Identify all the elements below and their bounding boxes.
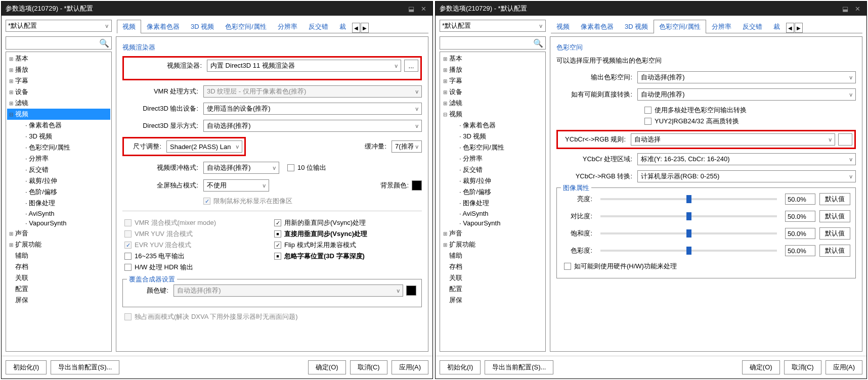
tab-3[interactable]: 色彩空间/属性: [654, 20, 706, 33]
slider-value-brightness[interactable]: 50.0%: [785, 194, 815, 205]
tab-2[interactable]: 3D 视频: [185, 20, 220, 33]
tree-item[interactable]: ⊞扩展功能: [441, 239, 544, 250]
tree-item[interactable]: 配置: [7, 283, 110, 295]
cancel-button[interactable]: 取消(C): [784, 360, 821, 374]
check-vsync-new[interactable]: [274, 219, 281, 226]
tab-0[interactable]: 视频: [551, 20, 575, 33]
tree-item[interactable]: 存档: [7, 261, 110, 272]
apply-button[interactable]: 应用(A): [392, 360, 428, 374]
slider-default-hue[interactable]: 默认值: [819, 245, 850, 257]
tab-6[interactable]: 裁: [334, 20, 352, 33]
tab-4[interactable]: 分辨率: [706, 20, 737, 33]
tree-item[interactable]: ⊞字幕: [7, 75, 110, 86]
tree-item[interactable]: ⊞设备: [7, 86, 110, 98]
rule-more-button[interactable]: [838, 133, 852, 146]
select-renderer[interactable]: 内置 Direct3D 11 视频渲染器: [207, 60, 401, 72]
tree-item[interactable]: ⊞滤镜: [7, 98, 110, 109]
select-range[interactable]: 标准(Y: 16-235, CbCr: 16-240): [637, 153, 856, 165]
tree-item[interactable]: 关联: [441, 272, 544, 283]
tab-next[interactable]: ▶: [361, 23, 369, 33]
check-10bit[interactable]: [287, 164, 294, 171]
select-direct[interactable]: 自动使用(推荐): [637, 88, 856, 101]
check-yuy2[interactable]: [644, 118, 652, 125]
search-icon[interactable]: 🔍: [533, 38, 543, 48]
tab-prev[interactable]: ◀: [786, 23, 794, 33]
bgcolor-swatch[interactable]: [412, 180, 422, 191]
apply-button[interactable]: 应用(A): [826, 360, 862, 374]
tree-item[interactable]: · 色彩空间/属性: [441, 142, 544, 153]
check-1632[interactable]: [124, 253, 132, 260]
tree-item[interactable]: ⊞字幕: [441, 75, 544, 86]
tree-item[interactable]: ⊞声音: [441, 228, 544, 239]
tree-item[interactable]: 屏保: [7, 295, 110, 306]
close-icon[interactable]: ✕: [852, 4, 862, 13]
tab-1[interactable]: 像素着色器: [141, 20, 185, 33]
slider-brightness[interactable]: [600, 198, 777, 200]
renderer-more-button[interactable]: ...: [404, 60, 418, 72]
tree-item[interactable]: · 图像处理: [7, 198, 110, 209]
tree-item[interactable]: · VapourSynth: [441, 218, 544, 228]
tree-item[interactable]: 关联: [7, 272, 110, 283]
tab-4[interactable]: 分辨率: [272, 20, 303, 33]
search-input[interactable]: [8, 39, 99, 47]
init-button[interactable]: 初始化(I): [440, 360, 481, 374]
select-rule[interactable]: 自动选择: [631, 133, 835, 146]
profile-select[interactable]: *默认配置: [6, 20, 112, 32]
tab-2[interactable]: 3D 视频: [619, 20, 654, 33]
tree-item[interactable]: ⊞基本: [441, 53, 544, 64]
select-buffer[interactable]: 7(推荐): [392, 140, 422, 153]
nav-tree[interactable]: ⊞基本⊞播放⊞字幕⊞设备⊞滤镜⊟视频· 像素着色器· 3D 视频· 色彩空间/属…: [6, 52, 112, 352]
tree-item[interactable]: · 反交错: [7, 164, 110, 175]
slider-default-saturation[interactable]: 默认值: [819, 227, 850, 240]
search-icon[interactable]: 🔍: [99, 38, 109, 48]
pin-icon[interactable]: ⬓: [406, 4, 416, 13]
pin-icon[interactable]: ⬓: [840, 4, 850, 13]
tree-item[interactable]: · 色彩空间/属性: [7, 142, 110, 153]
check-hdr[interactable]: [124, 264, 132, 271]
tab-0[interactable]: 视频: [117, 20, 141, 33]
export-button[interactable]: 导出当前配置(S)...: [51, 360, 119, 374]
select-vbuf[interactable]: 自动选择(推荐): [203, 162, 279, 174]
slider-contrast[interactable]: [600, 215, 777, 217]
tab-6[interactable]: 裁: [768, 20, 786, 33]
tab-1[interactable]: 像素着色器: [575, 20, 619, 33]
tree-item[interactable]: 存档: [441, 261, 544, 272]
check-vsync-direct[interactable]: [274, 230, 281, 238]
check-flip[interactable]: [274, 242, 281, 249]
tree-item[interactable]: ⊞播放: [7, 64, 110, 75]
tree-item[interactable]: ⊞滤镜: [441, 98, 544, 109]
tree-item[interactable]: · 分辨率: [7, 153, 110, 164]
tree-item[interactable]: · 图像处理: [441, 198, 544, 209]
select-conv[interactable]: 计算机显示器(RGB: 0-255): [637, 170, 856, 182]
tree-item[interactable]: · 反交错: [441, 164, 544, 175]
tree-item[interactable]: ⊞播放: [441, 64, 544, 75]
select-size[interactable]: Shader(2 PASS) Lanczos: [166, 140, 242, 153]
tree-item[interactable]: ⊞设备: [441, 86, 544, 98]
tree-item[interactable]: · 裁剪/拉伸: [7, 175, 110, 186]
tree-item[interactable]: · 像素着色器: [441, 120, 544, 131]
tree-item[interactable]: · 色阶/偏移: [7, 186, 110, 198]
select-vmr[interactable]: 3D 纹理层 - 仅用于像素着色(推荐): [203, 85, 422, 98]
tree-item[interactable]: ⊞声音: [7, 228, 110, 239]
ok-button[interactable]: 确定(O): [742, 360, 780, 374]
colorkey-swatch[interactable]: [406, 286, 416, 296]
ok-button[interactable]: 确定(O): [308, 360, 346, 374]
select-fullscreen[interactable]: 不使用: [203, 179, 269, 192]
tree-item[interactable]: · 像素着色器: [7, 120, 110, 131]
profile-select[interactable]: *默认配置: [440, 20, 546, 32]
init-button[interactable]: 初始化(I): [6, 360, 47, 374]
tree-item[interactable]: ⊞基本: [7, 53, 110, 64]
slider-saturation[interactable]: [600, 232, 777, 234]
export-button[interactable]: 导出当前配置(S)...: [485, 360, 553, 374]
check-multicore[interactable]: [644, 107, 652, 114]
tree-item[interactable]: ⊞扩展功能: [7, 239, 110, 250]
select-d3d-output[interactable]: 使用适当的设备(推荐): [203, 103, 422, 115]
search-input[interactable]: [442, 39, 533, 47]
tree-item[interactable]: 辅助: [7, 250, 110, 261]
cancel-button[interactable]: 取消(C): [350, 360, 387, 374]
slider-value-saturation[interactable]: 50.0%: [785, 228, 815, 239]
tree-item[interactable]: · AviSynth: [7, 209, 110, 218]
slider-value-hue[interactable]: 50.0%: [785, 245, 815, 256]
tab-3[interactable]: 色彩空间/属性: [220, 20, 272, 33]
slider-default-brightness[interactable]: 默认值: [819, 193, 850, 205]
